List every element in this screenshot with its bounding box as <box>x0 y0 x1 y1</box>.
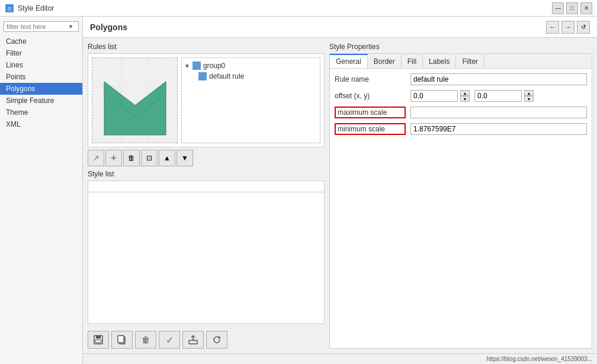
copy-button[interactable] <box>111 331 133 349</box>
left-panel: Rules list <box>88 43 325 349</box>
save-button[interactable] <box>88 331 109 349</box>
add-rule-button[interactable]: + <box>105 150 122 166</box>
app-icon: S <box>5 4 14 13</box>
rule-name-row: Rule name <box>335 73 587 85</box>
copy-rule-button[interactable]: ⊡ <box>141 150 158 166</box>
close-button[interactable]: ✕ <box>580 2 592 14</box>
offset-x-input[interactable] <box>410 90 458 102</box>
svg-rect-10 <box>96 336 101 339</box>
page-title: Polygons <box>90 22 546 32</box>
svg-rect-13 <box>118 336 124 343</box>
bottom-toolbar: 🗑 ✓ <box>88 331 325 349</box>
offset-y-spinner: ▲ ▼ <box>524 90 534 102</box>
sidebar: ▼ Cache Filter Lines Points Polygons Sim… <box>0 17 83 364</box>
rule-icon <box>198 72 207 80</box>
maximum-scale-label: maximum scale <box>335 107 406 118</box>
style-tabs: General Border Fill Labels Filter <box>330 54 592 69</box>
svg-text:S: S <box>8 6 11 12</box>
offset-input-group: ▲ ▼ ▲ ▼ <box>410 90 587 102</box>
minimum-scale-label: minimum scale <box>335 123 406 135</box>
main-layout: ▼ Cache Filter Lines Points Polygons Sim… <box>0 17 597 364</box>
offset-y-down[interactable]: ▼ <box>524 96 534 102</box>
sidebar-item-polygons[interactable]: Polygons <box>0 83 82 95</box>
maximum-scale-row: maximum scale <box>335 107 587 118</box>
offset-x-down[interactable]: ▼ <box>460 96 470 102</box>
maximum-scale-input[interactable] <box>410 107 587 118</box>
minimum-scale-row: minimum scale <box>335 123 587 135</box>
sidebar-item-simple-feature[interactable]: Simple Feature <box>0 95 82 107</box>
title-bar-controls: — □ ✕ <box>552 2 592 14</box>
tab-fill[interactable]: Fill <box>402 54 423 68</box>
status-bar: https://blog.csdn.net/weixin_41539003... <box>83 353 597 364</box>
rules-list-label: Rules list <box>88 43 325 51</box>
refresh-button[interactable]: ↺ <box>577 21 590 34</box>
svg-rect-14 <box>189 340 197 344</box>
sidebar-item-xml[interactable]: XML <box>0 118 82 130</box>
status-text: https://blog.csdn.net/weixin_41539003... <box>487 356 592 362</box>
copy-icon <box>117 334 127 345</box>
minimum-scale-input[interactable] <box>410 123 587 135</box>
back-button[interactable]: ← <box>546 21 559 34</box>
save-icon <box>93 334 104 345</box>
rules-toolbar: ↗ + 🗑 ⊡ ▲ ▼ <box>88 150 325 166</box>
properties-form: Rule name offset (x, y) ▲ ▼ <box>330 69 592 140</box>
rules-container: ▼ group0 default rule <box>88 53 325 147</box>
preview-box <box>92 57 178 143</box>
style-list-body <box>88 192 324 323</box>
offset-x-spinner: ▲ ▼ <box>460 90 470 102</box>
tree-group-item[interactable]: ▼ group0 <box>184 60 317 71</box>
style-list-box <box>88 181 325 324</box>
title-bar-text: Style Editor <box>18 4 592 12</box>
sidebar-search-container: ▼ <box>4 21 79 32</box>
export-icon <box>188 334 198 345</box>
right-panel: Style Properties General Border Fill Lab… <box>329 43 592 349</box>
style-list-section: Style list <box>88 170 325 324</box>
offset-row: offset (x, y) ▲ ▼ ▲ ▼ <box>335 90 587 102</box>
tab-filter[interactable]: Filter <box>456 54 484 68</box>
minimize-button[interactable]: — <box>552 2 564 14</box>
tab-labels[interactable]: Labels <box>423 54 456 68</box>
forward-button[interactable]: → <box>561 21 574 34</box>
down-rule-button[interactable]: ▼ <box>176 150 193 166</box>
style-list-label: Style list <box>88 170 325 178</box>
rules-tree: ▼ group0 default rule <box>181 57 320 143</box>
move-to-button[interactable]: ↗ <box>88 150 104 166</box>
refresh-style-button[interactable] <box>206 331 227 349</box>
delete-rule-button[interactable]: 🗑 <box>123 150 140 166</box>
content-nav: ← → ↺ <box>546 21 590 34</box>
rules-section: Rules list <box>88 43 325 166</box>
tab-general[interactable]: General <box>330 54 368 68</box>
tree-expand-icon[interactable]: ▼ <box>184 63 190 69</box>
sidebar-item-lines[interactable]: Lines <box>0 59 82 71</box>
tree-child-item[interactable]: default rule <box>184 71 317 82</box>
group-icon <box>192 62 201 70</box>
sidebar-item-filter[interactable]: Filter <box>0 47 82 59</box>
offset-label: offset (x, y) <box>335 92 406 100</box>
apply-button[interactable]: ✓ <box>159 331 180 349</box>
tree-child-label: default rule <box>209 72 244 80</box>
preview-svg <box>92 58 178 143</box>
style-properties-header: Style Properties <box>329 43 592 51</box>
content-header: Polygons ← → ↺ <box>83 17 597 38</box>
search-input[interactable] <box>4 21 79 32</box>
restore-button[interactable]: □ <box>566 2 578 14</box>
rule-name-input[interactable] <box>410 73 587 85</box>
refresh-icon <box>211 334 222 345</box>
tree-group-label: group0 <box>203 62 225 70</box>
sidebar-item-theme[interactable]: Theme <box>0 107 82 118</box>
tab-border[interactable]: Border <box>368 54 402 68</box>
export-button[interactable] <box>182 331 204 349</box>
offset-y-input[interactable] <box>474 90 522 102</box>
content-body: Rules list <box>83 38 597 353</box>
up-rule-button[interactable]: ▲ <box>159 150 175 166</box>
svg-rect-11 <box>95 340 101 343</box>
style-list-input[interactable] <box>88 181 324 192</box>
sidebar-item-cache[interactable]: Cache <box>0 36 82 47</box>
delete-button[interactable]: 🗑 <box>135 331 156 349</box>
sidebar-item-points[interactable]: Points <box>0 71 82 83</box>
title-bar: S Style Editor — □ ✕ <box>0 0 597 17</box>
offset-y-up[interactable]: ▲ <box>524 90 534 96</box>
offset-x-up[interactable]: ▲ <box>460 90 470 96</box>
rule-name-label: Rule name <box>335 75 406 83</box>
style-properties-box: General Border Fill Labels Filter Rule n… <box>329 53 592 349</box>
